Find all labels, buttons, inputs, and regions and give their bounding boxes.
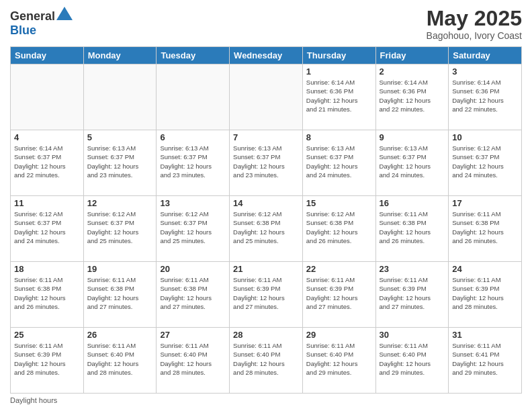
calendar-cell: 19Sunrise: 6:11 AM Sunset: 6:38 PM Dayli…	[83, 262, 157, 328]
day-number: 5	[87, 132, 153, 142]
calendar-subtitle: Bagohouo, Ivory Coast	[427, 30, 522, 41]
day-number: 10	[452, 132, 518, 142]
title-area: May 2025 Bagohouo, Ivory Coast	[427, 7, 522, 41]
calendar-cell: 31Sunrise: 6:11 AM Sunset: 6:41 PM Dayli…	[449, 328, 522, 394]
day-detail: Sunrise: 6:14 AM Sunset: 6:36 PM Dayligh…	[452, 78, 518, 113]
col-saturday: Saturday	[449, 47, 522, 64]
day-detail: Sunrise: 6:12 AM Sunset: 6:37 PM Dayligh…	[452, 144, 518, 179]
calendar-cell: 4Sunrise: 6:14 AM Sunset: 6:37 PM Daylig…	[11, 130, 84, 196]
day-number: 23	[380, 264, 445, 274]
day-detail: Sunrise: 6:12 AM Sunset: 6:37 PM Dayligh…	[14, 210, 80, 245]
calendar-body: 1Sunrise: 6:14 AM Sunset: 6:36 PM Daylig…	[11, 64, 522, 394]
day-detail: Sunrise: 6:11 AM Sunset: 6:38 PM Dayligh…	[452, 210, 518, 245]
day-detail: Sunrise: 6:11 AM Sunset: 6:41 PM Dayligh…	[452, 341, 518, 377]
day-number: 8	[306, 132, 372, 142]
calendar-cell: 25Sunrise: 6:11 AM Sunset: 6:39 PM Dayli…	[11, 328, 84, 394]
day-number: 3	[452, 66, 518, 77]
day-number: 12	[87, 198, 153, 208]
calendar-cell: 30Sunrise: 6:11 AM Sunset: 6:40 PM Dayli…	[375, 328, 449, 394]
day-number: 31	[452, 330, 518, 340]
week-row-2: 11Sunrise: 6:12 AM Sunset: 6:37 PM Dayli…	[11, 196, 522, 262]
day-number: 30	[380, 330, 445, 340]
day-number: 6	[160, 132, 226, 142]
calendar-cell: 16Sunrise: 6:11 AM Sunset: 6:38 PM Dayli…	[375, 196, 449, 262]
day-detail: Sunrise: 6:11 AM Sunset: 6:39 PM Dayligh…	[452, 275, 518, 311]
day-number: 24	[452, 264, 518, 274]
page: GeneralBlue May 2025 Bagohouo, Ivory Coa…	[0, 0, 532, 411]
day-number: 21	[233, 264, 299, 274]
day-detail: Sunrise: 6:13 AM Sunset: 6:37 PM Dayligh…	[233, 144, 299, 179]
day-detail: Sunrise: 6:11 AM Sunset: 6:40 PM Dayligh…	[160, 341, 226, 377]
week-row-1: 4Sunrise: 6:14 AM Sunset: 6:37 PM Daylig…	[11, 130, 522, 196]
calendar-cell: 28Sunrise: 6:11 AM Sunset: 6:40 PM Dayli…	[230, 328, 303, 394]
week-row-0: 1Sunrise: 6:14 AM Sunset: 6:36 PM Daylig…	[11, 64, 522, 130]
day-number: 29	[306, 330, 372, 340]
calendar-table: Sunday Monday Tuesday Wednesday Thursday…	[10, 46, 522, 394]
col-wednesday: Wednesday	[230, 47, 303, 64]
calendar-cell: 8Sunrise: 6:13 AM Sunset: 6:37 PM Daylig…	[302, 130, 375, 196]
day-number: 28	[233, 330, 299, 340]
week-row-3: 18Sunrise: 6:11 AM Sunset: 6:38 PM Dayli…	[11, 262, 522, 328]
day-detail: Sunrise: 6:12 AM Sunset: 6:37 PM Dayligh…	[87, 210, 153, 245]
day-number: 17	[452, 198, 518, 208]
calendar-cell: 22Sunrise: 6:11 AM Sunset: 6:39 PM Dayli…	[302, 262, 375, 328]
calendar-cell: 12Sunrise: 6:12 AM Sunset: 6:37 PM Dayli…	[83, 196, 157, 262]
col-tuesday: Tuesday	[157, 47, 230, 64]
calendar-cell	[230, 64, 303, 130]
calendar-header-row: Sunday Monday Tuesday Wednesday Thursday…	[11, 47, 522, 64]
day-detail: Sunrise: 6:11 AM Sunset: 6:39 PM Dayligh…	[306, 275, 372, 311]
day-number: 2	[380, 66, 445, 77]
logo-general: General	[10, 9, 55, 23]
calendar-cell: 11Sunrise: 6:12 AM Sunset: 6:37 PM Dayli…	[11, 196, 84, 262]
day-number: 7	[233, 132, 299, 142]
calendar-cell: 1Sunrise: 6:14 AM Sunset: 6:36 PM Daylig…	[302, 64, 375, 130]
calendar-cell: 18Sunrise: 6:11 AM Sunset: 6:38 PM Dayli…	[11, 262, 84, 328]
day-detail: Sunrise: 6:11 AM Sunset: 6:39 PM Dayligh…	[380, 275, 445, 311]
calendar-cell: 6Sunrise: 6:13 AM Sunset: 6:37 PM Daylig…	[157, 130, 230, 196]
day-number: 4	[14, 132, 80, 142]
calendar-cell: 10Sunrise: 6:12 AM Sunset: 6:37 PM Dayli…	[449, 130, 522, 196]
day-detail: Sunrise: 6:13 AM Sunset: 6:37 PM Dayligh…	[306, 144, 372, 179]
footnote: Daylight hours	[10, 396, 522, 404]
day-number: 15	[306, 198, 372, 208]
day-detail: Sunrise: 6:13 AM Sunset: 6:37 PM Dayligh…	[87, 144, 153, 179]
calendar-cell: 15Sunrise: 6:12 AM Sunset: 6:38 PM Dayli…	[302, 196, 375, 262]
day-detail: Sunrise: 6:11 AM Sunset: 6:40 PM Dayligh…	[380, 341, 445, 377]
day-number: 19	[87, 264, 153, 274]
day-number: 9	[380, 132, 445, 142]
svg-marker-0	[56, 7, 73, 20]
calendar-title: May 2025	[427, 7, 522, 30]
header: GeneralBlue May 2025 Bagohouo, Ivory Coa…	[10, 7, 522, 41]
col-thursday: Thursday	[302, 47, 375, 64]
calendar-cell: 14Sunrise: 6:12 AM Sunset: 6:38 PM Dayli…	[230, 196, 303, 262]
calendar-cell: 29Sunrise: 6:11 AM Sunset: 6:40 PM Dayli…	[302, 328, 375, 394]
calendar-cell: 20Sunrise: 6:11 AM Sunset: 6:38 PM Dayli…	[157, 262, 230, 328]
day-detail: Sunrise: 6:13 AM Sunset: 6:37 PM Dayligh…	[160, 144, 226, 179]
calendar-cell: 7Sunrise: 6:13 AM Sunset: 6:37 PM Daylig…	[230, 130, 303, 196]
day-detail: Sunrise: 6:12 AM Sunset: 6:37 PM Dayligh…	[160, 210, 226, 245]
day-number: 27	[160, 330, 226, 340]
calendar-cell: 2Sunrise: 6:14 AM Sunset: 6:36 PM Daylig…	[375, 64, 449, 130]
day-detail: Sunrise: 6:12 AM Sunset: 6:38 PM Dayligh…	[233, 210, 299, 245]
day-detail: Sunrise: 6:14 AM Sunset: 6:37 PM Dayligh…	[14, 144, 80, 179]
calendar-cell: 13Sunrise: 6:12 AM Sunset: 6:37 PM Dayli…	[157, 196, 230, 262]
logo: GeneralBlue	[10, 7, 73, 38]
day-number: 26	[87, 330, 153, 340]
calendar-cell	[157, 64, 230, 130]
day-number: 22	[306, 264, 372, 274]
day-number: 1	[306, 66, 372, 77]
col-sunday: Sunday	[11, 47, 84, 64]
logo-text: GeneralBlue	[10, 7, 73, 38]
calendar-cell: 5Sunrise: 6:13 AM Sunset: 6:37 PM Daylig…	[83, 130, 157, 196]
day-detail: Sunrise: 6:11 AM Sunset: 6:40 PM Dayligh…	[87, 341, 153, 377]
day-detail: Sunrise: 6:11 AM Sunset: 6:39 PM Dayligh…	[14, 341, 80, 377]
logo-icon	[56, 7, 73, 20]
calendar-cell: 17Sunrise: 6:11 AM Sunset: 6:38 PM Dayli…	[449, 196, 522, 262]
day-number: 25	[14, 330, 80, 340]
day-number: 16	[380, 198, 445, 208]
calendar-cell: 23Sunrise: 6:11 AM Sunset: 6:39 PM Dayli…	[375, 262, 449, 328]
day-number: 20	[160, 264, 226, 274]
calendar-cell: 26Sunrise: 6:11 AM Sunset: 6:40 PM Dayli…	[83, 328, 157, 394]
day-detail: Sunrise: 6:13 AM Sunset: 6:37 PM Dayligh…	[380, 144, 445, 179]
day-detail: Sunrise: 6:11 AM Sunset: 6:40 PM Dayligh…	[306, 341, 372, 377]
